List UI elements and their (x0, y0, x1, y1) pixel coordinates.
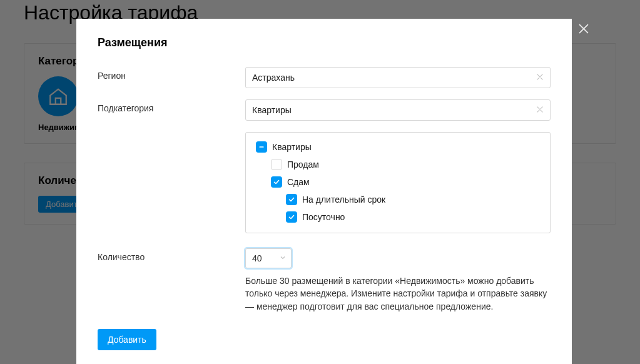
modal-title: Размещения (98, 36, 551, 49)
tree-item[interactable]: Продам (256, 159, 540, 170)
subcategory-row: Подкатегория Квартиры (98, 99, 551, 233)
tree-label: Сдам (287, 177, 310, 187)
quantity-label: Количество (98, 248, 245, 262)
tree-label: Продам (287, 159, 319, 169)
tree-item[interactable]: На длительный срок (256, 194, 540, 205)
quantity-hint: Больше 30 размещений в категории «Недвиж… (245, 275, 551, 313)
checkbox-empty-icon (271, 159, 282, 170)
subcategory-label: Подкатегория (98, 99, 245, 113)
subcategory-input[interactable] (245, 99, 551, 121)
tree-item[interactable]: Посуточно (256, 211, 540, 223)
quantity-row: Количество 40 Больше 30 размещений в кат… (98, 248, 551, 313)
close-icon (536, 73, 544, 81)
checkbox-checked-icon (286, 194, 297, 205)
close-icon (577, 22, 591, 36)
submit-button[interactable]: Добавить (98, 329, 156, 350)
svg-rect-0 (260, 146, 264, 148)
close-icon (536, 105, 544, 114)
placements-modal: Размещения Регион Подкатегория (76, 19, 572, 364)
tree-label: Квартиры (272, 142, 312, 152)
region-row: Регион (98, 67, 551, 88)
tree-item-root[interactable]: Квартиры (256, 141, 540, 153)
checkbox-checked-icon (286, 211, 297, 223)
checkbox-indeterminate-icon (256, 141, 267, 153)
region-label: Регион (98, 67, 245, 81)
tree-item[interactable]: Сдам (256, 176, 540, 188)
checkbox-checked-icon (271, 176, 282, 188)
tree-label: Посуточно (302, 212, 345, 222)
quantity-select[interactable]: 40 (245, 248, 292, 268)
quantity-value: 40 (252, 253, 262, 263)
clear-region-button[interactable] (536, 73, 546, 83)
clear-subcategory-button[interactable] (536, 105, 546, 115)
tree-label: На длительный срок (302, 195, 385, 205)
region-input[interactable] (245, 67, 551, 88)
subcategory-tree: Квартиры Продам Сдам На длительный (245, 132, 551, 233)
close-button[interactable] (575, 20, 592, 38)
